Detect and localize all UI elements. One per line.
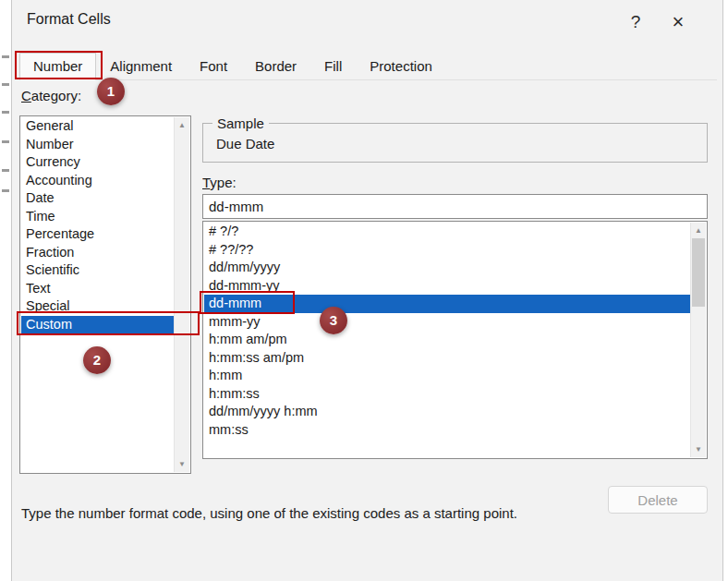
- footer-hint: Type the number format code, using one o…: [21, 505, 709, 521]
- edge-artifact: [2, 169, 9, 172]
- dialog-title: Format Cells: [27, 11, 111, 28]
- category-item[interactable]: Special: [21, 297, 174, 316]
- type-item[interactable]: h:mm:ss: [204, 385, 690, 404]
- type-item[interactable]: mm:ss: [204, 421, 690, 440]
- step-badge-1: 1: [97, 78, 125, 105]
- type-item[interactable]: h:mm: [204, 367, 690, 385]
- type-item[interactable]: # ??/??: [204, 241, 690, 260]
- tab-border[interactable]: Border: [241, 53, 310, 80]
- category-item[interactable]: Scientific: [21, 261, 174, 280]
- edge-artifact: [2, 83, 9, 86]
- scrollbar-thumb[interactable]: [692, 238, 705, 307]
- edge-artifact: [2, 111, 9, 114]
- category-item[interactable]: Date: [21, 189, 174, 208]
- scroll-up-icon[interactable]: ▲: [175, 117, 189, 133]
- screen: Format Cells ? × Number Alignment Font B…: [0, 0, 728, 581]
- step-badge-3: 3: [320, 307, 347, 334]
- category-item[interactable]: Number: [21, 136, 174, 154]
- type-input[interactable]: [202, 194, 708, 219]
- category-item[interactable]: Percentage: [21, 225, 174, 244]
- category-item[interactable]: Accounting: [21, 172, 174, 190]
- format-cells-dialog: Format Cells ? × Number Alignment Font B…: [11, 0, 723, 581]
- type-item[interactable]: dd/mm/yyyy: [204, 259, 690, 277]
- type-item[interactable]: dd/mm/yyyy h:mm: [204, 403, 690, 421]
- category-listbox: General Number Currency Accounting Date …: [19, 115, 191, 474]
- scroll-up-icon[interactable]: ▲: [691, 223, 706, 238]
- type-item-ddmmm-selected[interactable]: dd-mmm: [204, 295, 690, 313]
- category-item[interactable]: General: [21, 117, 174, 136]
- sample-label: Sample: [212, 115, 269, 131]
- category-item-custom-selected[interactable]: Custom: [21, 316, 174, 334]
- sample-groupbox: Sample Due Date: [202, 123, 708, 163]
- type-item[interactable]: dd-mmm-yy: [204, 277, 690, 296]
- category-item[interactable]: Time: [21, 208, 174, 226]
- tab-alignment[interactable]: Alignment: [96, 53, 186, 80]
- tab-font[interactable]: Font: [186, 53, 241, 80]
- tab-number[interactable]: Number: [19, 53, 96, 80]
- edge-artifact: [2, 55, 9, 58]
- category-item[interactable]: Currency: [21, 153, 174, 172]
- type-item[interactable]: mmm-yy: [204, 313, 690, 332]
- edge-artifact: [2, 140, 9, 143]
- scroll-down-icon[interactable]: ▼: [175, 456, 189, 472]
- tab-strip: Number Alignment Font Border Fill Protec…: [19, 53, 717, 80]
- sample-value: Due Date: [216, 136, 274, 151]
- type-item[interactable]: h:mm:ss am/pm: [204, 349, 690, 368]
- tab-fill[interactable]: Fill: [310, 53, 356, 80]
- help-icon[interactable]: ?: [620, 6, 651, 39]
- step-badge-2: 2: [83, 346, 111, 374]
- category-item[interactable]: Fraction: [21, 244, 174, 262]
- scroll-down-icon[interactable]: ▼: [691, 442, 706, 457]
- type-listbox: # ?/? # ??/?? dd/mm/yyyy dd-mmm-yy dd-mm…: [202, 221, 708, 459]
- type-item[interactable]: # ?/?: [204, 223, 690, 241]
- tab-protection[interactable]: Protection: [356, 53, 446, 80]
- category-item[interactable]: Text: [21, 280, 174, 298]
- type-item[interactable]: h:mm am/pm: [204, 331, 690, 349]
- category-scrollbar[interactable]: ▲ ▼: [174, 117, 189, 472]
- type-scrollbar[interactable]: ▲ ▼: [690, 223, 706, 457]
- category-label: Category:: [21, 88, 81, 103]
- edge-artifact: [2, 189, 9, 192]
- close-icon[interactable]: ×: [662, 6, 694, 39]
- type-label: Type:: [202, 175, 237, 190]
